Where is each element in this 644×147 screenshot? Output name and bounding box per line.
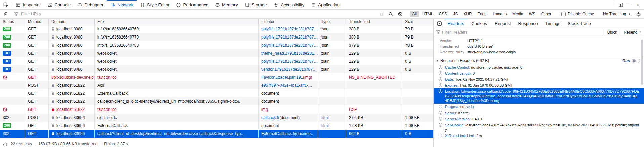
network-request-row[interactable]: POSTlocalhost:51822Acse957f897-042e-4ba1… <box>0 81 433 89</box>
help-icon[interactable]: ? <box>439 77 442 81</box>
network-request-row[interactable]: 101GETlocalhost:8080websockettheme_head.… <box>0 49 433 57</box>
filter-urls-input[interactable] <box>19 12 377 16</box>
devtools-menu-button[interactable]: ⋯ <box>625 0 634 9</box>
column-header-domain[interactable]: Domain <box>49 19 95 25</box>
response-header-row[interactable]: ?Set-Cookie: idsrv=adf6cba1-7075-402b-9e… <box>434 122 644 133</box>
network-request-row[interactable]: 101GETlocalhost:8080websocketpolyfills.1… <box>0 57 433 65</box>
initiator-link[interactable]: polyfills.1791b137de281b787… <box>261 59 318 64</box>
network-request-row[interactable]: 200GETlocalhost:33656ExternalCallbackdoc… <box>0 122 433 130</box>
tab-accessibility[interactable]: Accessibility <box>270 0 308 9</box>
disable-cache-checkbox[interactable] <box>561 12 566 16</box>
initiator-text: document <box>261 123 279 128</box>
initiator-link[interactable]: callback:5 <box>261 115 279 120</box>
tab-debugger[interactable]: Debugger <box>74 0 107 9</box>
details-tab-cookies[interactable]: Cookies <box>468 19 491 28</box>
filter-pill-xhr[interactable]: XHR <box>461 11 474 17</box>
tab-style-editor[interactable]: {}Style Editor <box>137 0 173 9</box>
network-request-row[interactable]: GETlocalhost:51822ExternalCallbackdocume… <box>0 89 433 97</box>
response-header-row[interactable]: ?Cache-Control: no-store, no-cache, max-… <box>434 64 644 70</box>
column-header-method[interactable]: Method <box>25 19 49 25</box>
filter-pill-all[interactable]: All <box>410 11 419 17</box>
tab-inspector[interactable]: Inspector <box>12 0 44 9</box>
pause-traffic-button[interactable] <box>377 12 386 17</box>
raw-toggle[interactable] <box>632 59 640 63</box>
network-request-row[interactable]: 302GETlocalhost:33656callback?client_id=… <box>0 130 433 138</box>
column-header-initiator[interactable]: Initiator <box>259 19 318 25</box>
filter-pill-fonts[interactable]: Fonts <box>475 11 490 17</box>
pick-element-button[interactable] <box>1 0 10 9</box>
details-tab-stack-trace[interactable]: Stack Trace <box>564 19 595 28</box>
details-tab-headers[interactable]: Headers <box>444 19 468 28</box>
filter-pill-html[interactable]: HTML <box>420 11 436 17</box>
network-request-row[interactable]: 302POSTlocalhost:33656signin-oidccallbac… <box>0 114 433 122</box>
tab-performance[interactable]: Performance <box>173 0 211 9</box>
tab-memory[interactable]: Memory <box>212 0 241 9</box>
close-devtools-button[interactable]: × <box>634 0 643 9</box>
response-header-row[interactable]: ?Server: Kestrel <box>434 110 644 116</box>
help-icon[interactable]: ? <box>439 71 442 75</box>
disable-cache-option[interactable]: Disable Cache <box>559 12 597 16</box>
response-header-row[interactable]: ?Server-Version: 1.43.0 <box>434 116 644 122</box>
filter-pill-ws[interactable]: WS <box>527 11 538 17</box>
details-tab-response[interactable]: Response <box>515 19 542 28</box>
filter-pill-css[interactable]: CSS <box>437 11 450 17</box>
initiator-link[interactable]: polyfills.1791b137de281b787… <box>261 35 318 40</box>
search-button[interactable] <box>387 12 395 17</box>
help-icon[interactable]: ? <box>439 105 442 108</box>
column-header-size[interactable]: Size <box>402 19 433 25</box>
help-icon[interactable]: ? <box>439 117 442 121</box>
response-header-row[interactable]: ?Pragma: no-cache <box>434 104 644 110</box>
filter-pill-media[interactable]: Media <box>510 11 526 17</box>
initiator-link[interactable]: FaviconLoader.jsm:191 <box>261 75 303 80</box>
responsive-design-mode-button[interactable] <box>616 0 625 9</box>
filter-pill-js[interactable]: JS <box>450 11 460 17</box>
response-header-row[interactable]: ?Expires: Thu, 01 Jan 1970 00:00:00 GMT <box>434 82 644 88</box>
help-icon[interactable]: ? <box>439 123 442 127</box>
initiator-link[interactable]: polyfills.1791b137de281b787… <box>261 27 318 31</box>
network-request-row[interactable]: GET8bit-solutions-dev.onelogin.…favicon.… <box>0 73 433 81</box>
tab-network[interactable]: Network <box>107 0 137 9</box>
filter-pill-other[interactable]: Other <box>539 11 554 17</box>
size-cell: 79 B <box>402 33 433 41</box>
tab-storage[interactable]: Storage <box>241 0 270 9</box>
tab-console[interactable]: Console <box>44 0 74 9</box>
response-header-row[interactable]: ?X-Rate-Limit-Limit: 1m <box>434 133 644 139</box>
response-headers-section[interactable]: ▼ Response Headers (662 B) Raw <box>434 57 644 64</box>
request-blocking-button[interactable] <box>396 12 405 17</box>
details-tab-request[interactable]: Request <box>491 19 514 28</box>
column-header-type[interactable]: Type <box>318 19 346 25</box>
initiator-link[interactable]: polyfills.1791b137de281b787… <box>261 43 318 48</box>
network-settings-button[interactable] <box>634 12 643 17</box>
details-tab-timings[interactable]: Timings <box>542 19 564 28</box>
block-url-button[interactable]: Block <box>604 28 620 36</box>
initiator-link[interactable]: theme_head.1791b137de281… <box>261 51 318 56</box>
filter-headers-input[interactable] <box>441 28 604 36</box>
network-request-row[interactable]: 200GETlocalhost:8080info?t=1635826640770… <box>0 33 433 41</box>
column-header-file[interactable]: File <box>95 19 259 25</box>
resend-button[interactable]: Resend ▲▼ <box>620 28 644 36</box>
details-scrollbar[interactable] <box>641 40 643 85</box>
column-header-transferred[interactable]: Transferred <box>346 19 402 25</box>
help-icon[interactable]: ? <box>439 134 442 137</box>
network-action-button[interactable] <box>435 19 444 28</box>
throttling-select[interactable]: No Throttling ▲▼ <box>600 12 633 16</box>
initiator-link[interactable]: e957f897-042e-4ba1-aff1-… <box>261 83 312 88</box>
response-header-row[interactable]: ?Date: Tue, 02 Nov 2021 04:17:21 GMT <box>434 76 644 82</box>
help-icon[interactable]: ? <box>439 65 442 69</box>
column-header-status[interactable]: Status <box>0 19 25 25</box>
filter-pill-images[interactable]: Images <box>491 11 509 17</box>
network-request-row[interactable]: GETlocalhost:51822favicon.icoimgCSP <box>0 105 433 114</box>
help-icon[interactable]: ? <box>439 111 442 115</box>
response-header-row[interactable]: ?Content-Length: 0 <box>434 70 644 76</box>
help-icon[interactable]: ? <box>439 83 442 87</box>
network-request-row[interactable]: GETlocalhost:51822callback?client_id=oid… <box>0 97 433 105</box>
help-icon[interactable]: ? <box>439 89 442 93</box>
initiator-link[interactable]: ExternalCallback:5 <box>261 131 295 136</box>
network-request-row[interactable]: 200GETlocalhost:8080info?t=1635826640769… <box>0 25 433 33</box>
response-header-row[interactable]: ?Location: bitwarden://sso-callback?code… <box>434 88 644 104</box>
network-request-row[interactable]: 101GETlocalhost:8080websocketvendor.1791… <box>0 65 433 73</box>
initiator-link[interactable]: vendor.1791b137de281b787… <box>261 67 317 72</box>
clear-requests-button[interactable] <box>1 12 10 17</box>
network-request-row[interactable]: 200GETlocalhost:8080info?t=1635826640783… <box>0 41 433 49</box>
tab-application[interactable]: Application <box>308 0 343 9</box>
